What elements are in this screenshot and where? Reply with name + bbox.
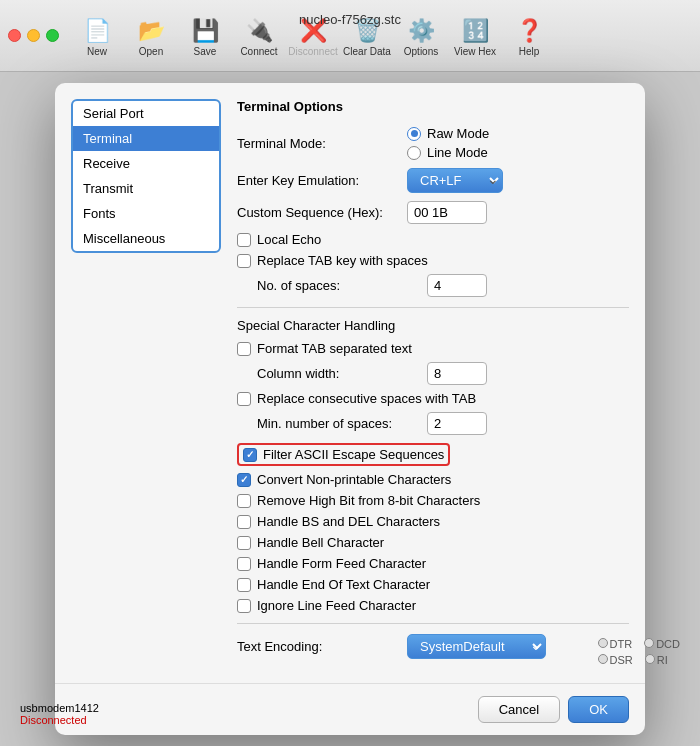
- raw-mode-radio[interactable]: [407, 127, 421, 141]
- handle-bell-row[interactable]: Handle Bell Character: [237, 535, 629, 550]
- dialog-bottom: Cancel OK: [55, 683, 645, 735]
- replace-tab-checkbox[interactable]: [237, 254, 251, 268]
- custom-sequence-label: Custom Sequence (Hex):: [237, 205, 407, 220]
- maximize-button[interactable]: [46, 29, 59, 42]
- raw-mode-option[interactable]: Raw Mode: [407, 126, 489, 141]
- handle-end-of-text-row[interactable]: Handle End Of Text Character: [237, 577, 629, 592]
- toolbar-connect-label: Connect: [240, 46, 277, 57]
- min-spaces-input[interactable]: [427, 412, 487, 435]
- text-encoding-select[interactable]: SystemDefault: [407, 634, 546, 659]
- sidebar-item-miscellaneous[interactable]: Miscellaneous: [73, 226, 219, 251]
- sidebar-item-serial-port[interactable]: Serial Port: [73, 101, 219, 126]
- view-hex-icon: 🔢: [462, 18, 489, 44]
- handle-form-feed-row[interactable]: Handle Form Feed Character: [237, 556, 629, 571]
- toolbar-view-hex[interactable]: 🔢 View Hex: [449, 10, 501, 66]
- replace-tab-label: Replace TAB key with spaces: [257, 253, 428, 268]
- toolbar-help-label: Help: [519, 46, 540, 57]
- replace-consecutive-checkbox[interactable]: [237, 392, 251, 406]
- status-area: usbmodem1412 Disconnected: [20, 702, 99, 726]
- format-tab-label: Format TAB separated text: [257, 341, 412, 356]
- line-mode-label: Line Mode: [427, 145, 488, 160]
- line-mode-radio[interactable]: [407, 146, 421, 160]
- enter-key-wrapper: CR+LF: [407, 168, 503, 193]
- replace-consecutive-row[interactable]: Replace consecutive spaces with TAB: [237, 391, 629, 406]
- connection-status: Disconnected: [20, 714, 99, 726]
- save-icon: 💾: [192, 18, 219, 44]
- enter-key-row: Enter Key Emulation: CR+LF: [237, 168, 629, 193]
- dialog-inner: Serial Port Terminal Receive Transmit Fo…: [55, 83, 645, 683]
- enter-key-label: Enter Key Emulation:: [237, 173, 407, 188]
- sidebar-item-receive[interactable]: Receive: [73, 151, 219, 176]
- ri-dot: [645, 654, 655, 664]
- toolbar-new-label: New: [87, 46, 107, 57]
- handle-bell-checkbox[interactable]: [237, 536, 251, 550]
- column-width-label: Column width:: [257, 366, 427, 381]
- convert-non-printable-row[interactable]: Convert Non-printable Characters: [237, 472, 629, 487]
- sidebar: Serial Port Terminal Receive Transmit Fo…: [71, 99, 221, 253]
- dcd-label: DCD: [656, 638, 680, 650]
- toolbar-connect[interactable]: 🔌 Connect: [233, 10, 285, 66]
- remove-high-bit-row[interactable]: Remove High Bit from 8-bit Characters: [237, 493, 629, 508]
- close-button[interactable]: [8, 29, 21, 42]
- sidebar-item-terminal[interactable]: Terminal: [73, 126, 219, 151]
- column-width-input[interactable]: [427, 362, 487, 385]
- remove-high-bit-label: Remove High Bit from 8-bit Characters: [257, 493, 480, 508]
- toolbar-open[interactable]: 📂 Open: [125, 10, 177, 66]
- min-spaces-label: Min. number of spaces:: [257, 416, 427, 431]
- divider-1: [237, 307, 629, 308]
- dsr-label: DSR: [610, 654, 633, 666]
- num-spaces-label: No. of spaces:: [257, 278, 427, 293]
- convert-non-printable-label: Convert Non-printable Characters: [257, 472, 451, 487]
- replace-tab-row[interactable]: Replace TAB key with spaces: [237, 253, 629, 268]
- sidebar-item-fonts[interactable]: Fonts: [73, 201, 219, 226]
- local-echo-checkbox[interactable]: [237, 233, 251, 247]
- filter-ascii-checkbox[interactable]: [243, 448, 257, 462]
- local-echo-row[interactable]: Local Echo: [237, 232, 629, 247]
- handle-bs-del-checkbox[interactable]: [237, 515, 251, 529]
- toolbar-save[interactable]: 💾 Save: [179, 10, 231, 66]
- dialog: Serial Port Terminal Receive Transmit Fo…: [55, 83, 645, 735]
- handle-form-feed-label: Handle Form Feed Character: [257, 556, 426, 571]
- indicator-row-1: DTR DCD: [598, 638, 680, 650]
- line-mode-option[interactable]: Line Mode: [407, 145, 489, 160]
- custom-sequence-input[interactable]: [407, 201, 487, 224]
- ignore-line-feed-checkbox[interactable]: [237, 599, 251, 613]
- port-name: usbmodem1412: [20, 702, 99, 714]
- toolbar-help[interactable]: ❓ Help: [503, 10, 555, 66]
- cancel-button[interactable]: Cancel: [478, 696, 560, 723]
- special-char-title: Special Character Handling: [237, 318, 629, 333]
- window-title: nucleo-f756zg.stc: [299, 12, 401, 27]
- panel-title: Terminal Options: [237, 99, 629, 114]
- toolbar-save-label: Save: [194, 46, 217, 57]
- status-indicators: DTR DCD DSR RI: [598, 638, 680, 666]
- raw-mode-label: Raw Mode: [427, 126, 489, 141]
- custom-sequence-row: Custom Sequence (Hex):: [237, 201, 629, 224]
- ignore-line-feed-row[interactable]: Ignore Line Feed Character: [237, 598, 629, 613]
- handle-bs-del-row[interactable]: Handle BS and DEL Characters: [237, 514, 629, 529]
- handle-bs-del-label: Handle BS and DEL Characters: [257, 514, 440, 529]
- num-spaces-input[interactable]: [427, 274, 487, 297]
- format-tab-row[interactable]: Format TAB separated text: [237, 341, 629, 356]
- open-icon: 📂: [138, 18, 165, 44]
- options-icon: ⚙️: [408, 18, 435, 44]
- text-encoding-wrapper: SystemDefault: [407, 634, 546, 659]
- right-panel: Terminal Options Terminal Mode: Raw Mode…: [221, 99, 629, 667]
- enter-key-select[interactable]: CR+LF: [407, 168, 503, 193]
- remove-high-bit-checkbox[interactable]: [237, 494, 251, 508]
- indicator-row-2: DSR RI: [598, 654, 680, 666]
- handle-form-feed-checkbox[interactable]: [237, 557, 251, 571]
- format-tab-checkbox[interactable]: [237, 342, 251, 356]
- handle-end-of-text-label: Handle End Of Text Character: [257, 577, 430, 592]
- sidebar-item-transmit[interactable]: Transmit: [73, 176, 219, 201]
- handle-end-of-text-checkbox[interactable]: [237, 578, 251, 592]
- new-icon: 📄: [84, 18, 111, 44]
- convert-non-printable-checkbox[interactable]: [237, 473, 251, 487]
- dcd-dot: [644, 638, 654, 648]
- minimize-button[interactable]: [27, 29, 40, 42]
- ok-button[interactable]: OK: [568, 696, 629, 723]
- toolbar-new[interactable]: 📄 New: [71, 10, 123, 66]
- toolbar-options[interactable]: ⚙️ Options: [395, 10, 447, 66]
- filter-ascii-row[interactable]: Filter ASCII Escape Sequences: [237, 443, 450, 466]
- dtr-dot: [598, 638, 608, 648]
- toolbar-disconnect-label: Disconnect: [288, 46, 337, 57]
